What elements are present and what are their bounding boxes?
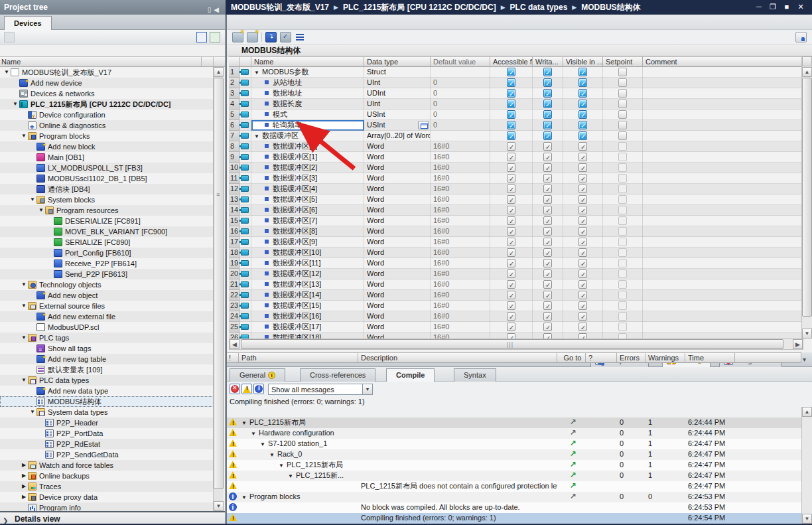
tree-item[interactable]: MODBUSscl1102_DB_1 [DB5] [0,173,214,184]
comment-cell[interactable] [643,152,803,163]
data-type-cell[interactable]: Word [364,205,431,216]
table-row[interactable]: 24数据缓冲区[16]Word16#0 [229,311,803,322]
setpoint-checkbox[interactable] [618,323,627,331]
message-expander-open-icon[interactable]: ▼ [260,439,268,449]
scroll-left-icon[interactable]: ◀ [230,339,239,349]
data-type-cell[interactable]: Word [364,237,431,248]
subtab-compile[interactable]: Compile [386,368,435,382]
visible-checkbox[interactable] [578,259,587,267]
writable-checkbox[interactable] [543,238,552,246]
visible-checkbox[interactable] [578,206,587,214]
data-type-cell[interactable]: Word [364,301,431,311]
default-value-cell[interactable]: 16#0 [431,184,490,194]
member-name-cell[interactable]: 数据缓冲区[4] [251,184,364,194]
visible-checkbox[interactable] [578,238,587,246]
default-value-cell[interactable]: 16#0 [431,279,490,290]
message-expander-open-icon[interactable]: ▼ [241,418,249,428]
tree-item[interactable]: Device configuration [0,110,214,120]
breadcrumb-item[interactable]: MODBUS轮训_发布版_V17 [231,3,329,12]
setpoint-checkbox[interactable] [618,269,627,278]
member-name-cell[interactable]: 数据缓冲区[14] [251,290,364,301]
tree-item[interactable]: ▼Program resources [0,205,214,216]
tree-item[interactable]: ▶Traces [0,481,214,492]
comment-cell[interactable] [643,216,803,226]
member-name-cell[interactable]: 数据缓冲区[15] [251,301,364,311]
visible-checkbox[interactable] [578,142,587,151]
data-type-cell[interactable]: USInt [364,110,431,120]
writable-checkbox[interactable] [543,259,552,267]
tree-expander-closed-icon[interactable]: ▶ [20,460,28,471]
default-value-cell[interactable]: 16#0 [431,269,490,279]
comment-cell[interactable] [643,78,803,88]
scroll-thumb[interactable]: ||| [241,339,783,349]
tree-item[interactable]: ▼PLC data types [0,375,214,386]
tree-item[interactable]: Add new external file [0,311,214,322]
message-row[interactable]: No block was compiled. All blocks are up… [227,502,801,513]
setpoint-checkbox[interactable] [618,78,627,87]
table-row[interactable]: 2从站地址UInt0 [229,78,803,88]
close-icon[interactable]: ✕ [795,0,807,13]
data-type-cell[interactable]: Word [364,258,431,269]
goto-arrow-icon[interactable]: ↗ [569,460,576,469]
setpoint-checkbox[interactable] [618,174,627,183]
member-name-cell[interactable]: 数据缓冲区[2] [251,163,364,173]
member-name-cell[interactable]: 数据缓冲区[6] [251,205,364,216]
tree-scrollbar[interactable]: ▲ ≡ ▼ [213,67,224,511]
member-name-cell[interactable]: ▼MODBUS参数 [251,67,364,78]
message-path-cell[interactable] [239,502,358,513]
writable-checkbox[interactable] [543,142,552,151]
accessible-checkbox[interactable] [507,121,515,129]
message-expander-open-icon[interactable]: ▼ [251,429,259,439]
message-row[interactable]: Compiling finished (errors: 0; warnings:… [227,513,801,524]
message-expander-open-icon[interactable]: ▼ [279,461,287,471]
tree-expander-open-icon[interactable]: ▼ [11,99,19,110]
member-name-cell[interactable]: 数据缓冲区[5] [251,194,364,205]
message-path-cell[interactable] [239,481,358,492]
comment-cell[interactable] [643,131,803,141]
tree-item[interactable]: Main [OB1] [0,152,214,163]
subtab-general[interactable]: Generali [230,368,285,382]
accessible-checkbox[interactable] [507,269,515,278]
list-view-icon[interactable] [196,32,207,42]
goto-arrow-icon[interactable]: ↗ [569,481,576,490]
scroll-thumb[interactable]: ≡ [214,78,224,489]
message-path-cell[interactable]: ▼S7-1200 station_1 [239,439,358,449]
accessible-checkbox[interactable] [507,280,515,289]
accessible-checkbox[interactable] [507,163,515,172]
tree-item[interactable]: P2P_Header [0,417,214,428]
collapse-pane-icon[interactable]: ◀ [214,6,222,13]
tree-expander-open-icon[interactable]: ▼ [29,407,36,417]
data-type-cell[interactable]: Word [364,173,431,184]
accessible-checkbox[interactable] [507,68,515,76]
setpoint-checkbox[interactable] [618,100,627,108]
comment-cell[interactable] [643,311,803,322]
comment-cell[interactable] [643,163,803,173]
tree-item[interactable]: ▶Device proxy data [0,492,214,502]
visible-checkbox[interactable] [578,89,587,98]
goto-arrow-icon[interactable]: ↗ [569,492,576,501]
data-type-cell[interactable]: UInt [364,78,431,88]
default-value-cell[interactable]: 16#0 [431,322,490,333]
tree-item[interactable]: Add new data type [0,386,214,396]
data-type-cell[interactable]: Word [364,311,431,322]
writable-checkbox[interactable] [543,100,552,108]
member-name-cell[interactable]: 数据缓冲区[3] [251,173,364,184]
default-value-cell[interactable]: 16#0 [431,311,490,322]
comment-cell[interactable] [643,184,803,194]
tree-expander-open-icon[interactable]: ▼ [20,375,28,386]
message-row[interactable]: ▼Program blocks↗006:24:53 PM [227,492,801,502]
scroll-up-icon[interactable]: ▲ [802,67,812,77]
goto-arrow-icon[interactable]: ↗ [569,439,576,448]
tree-item[interactable]: P2P_RdEstat [0,439,214,449]
table-row[interactable]: 14数据缓冲区[6]Word16#0 [229,205,803,216]
accessible-checkbox[interactable] [507,206,515,214]
tree-item[interactable]: ▼External source files [0,301,214,311]
accessible-checkbox[interactable] [507,291,515,299]
setpoint-checkbox[interactable] [618,333,627,338]
writable-checkbox[interactable] [543,185,552,193]
tree-item[interactable]: ▼Program blocks [0,131,214,141]
table-vertical-scrollbar[interactable]: ▲ ▼ [801,56,812,338]
message-filter-select[interactable]: Show all messages ▼ [268,384,373,395]
visible-checkbox[interactable] [578,227,587,236]
goto-arrow-icon[interactable]: ↗ [569,417,576,427]
